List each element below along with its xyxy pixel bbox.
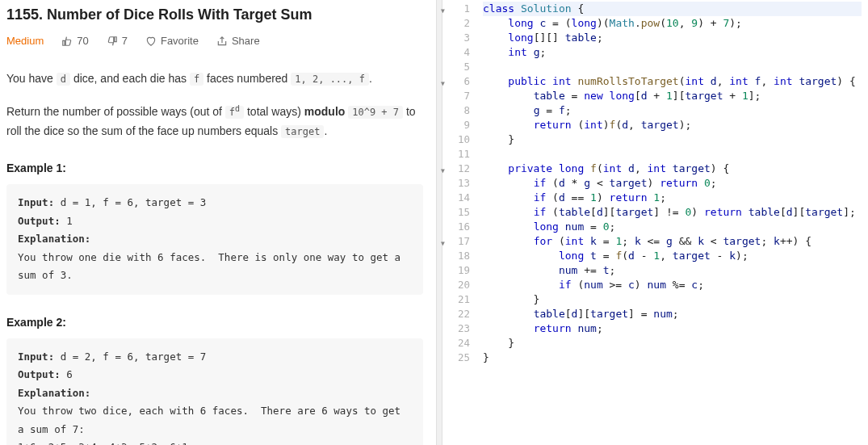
line-number: 17▼ — [442, 234, 470, 249]
code-editor[interactable]: 1▼23456▼789101112▼1314151617▼18192021222… — [442, 0, 868, 445]
example2-block: Input: d = 2, f = 6, target = 7 Output: … — [6, 338, 423, 445]
code-area[interactable]: class Solution { long c = (long)(Math.po… — [476, 0, 868, 445]
code-faces-list: 1, 2, ..., f — [291, 73, 369, 86]
line-number: 10 — [442, 132, 470, 147]
line-number: 5 — [442, 60, 470, 74]
like-button[interactable]: 70 — [61, 35, 88, 47]
code-line[interactable] — [483, 147, 862, 162]
problem-title: 1155. Number of Dice Rolls With Target S… — [6, 6, 423, 23]
problem-panel: 1155. Number of Dice Rolls With Target S… — [0, 0, 436, 445]
code-line[interactable]: num += t; — [483, 263, 862, 278]
line-number: 6▼ — [442, 74, 470, 89]
line-number: 18 — [442, 249, 470, 263]
like-count: 70 — [77, 35, 88, 47]
code-line[interactable]: public int numRollsToTarget(int d, int f… — [483, 74, 862, 89]
example2-title: Example 2: — [6, 316, 423, 329]
share-icon — [216, 36, 228, 47]
code-line[interactable]: g = f; — [483, 103, 862, 118]
line-number: 22 — [442, 307, 470, 321]
line-number: 24 — [442, 336, 470, 351]
code-line[interactable]: } — [483, 336, 862, 351]
code-line[interactable]: if (d * g < target) return 0; — [483, 176, 862, 191]
code-d: d — [57, 73, 70, 86]
line-number: 3 — [442, 31, 470, 45]
dislike-count: 7 — [122, 35, 128, 47]
code-fd: fd — [225, 106, 244, 119]
code-target: target — [281, 125, 324, 138]
code-line[interactable]: for (int k = 1; k <= g && k < target; k+… — [483, 234, 862, 249]
code-line[interactable]: long num = 0; — [483, 220, 862, 234]
favorite-button[interactable]: Favorite — [145, 35, 199, 47]
line-number: 1▼ — [442, 2, 470, 16]
code-mod: 10^9 + 7 — [348, 106, 403, 119]
code-line[interactable]: int g; — [483, 45, 862, 60]
line-number: 7 — [442, 89, 470, 103]
line-number: 12▼ — [442, 162, 470, 176]
share-label: Share — [232, 35, 260, 47]
code-line[interactable]: if (d == 1) return 1; — [483, 191, 862, 205]
line-number: 13 — [442, 176, 470, 191]
meta-row: Medium 70 7 Favorite Share — [6, 35, 423, 47]
heart-icon — [145, 36, 157, 47]
line-number: 2 — [442, 16, 470, 31]
line-number: 21 — [442, 292, 470, 307]
code-line[interactable]: if (num >= c) num %= c; — [483, 278, 862, 292]
line-number: 15 — [442, 205, 470, 220]
thumbs-down-icon — [107, 36, 118, 47]
line-number: 8 — [442, 103, 470, 118]
favorite-label: Favorite — [161, 35, 199, 47]
code-line[interactable]: table = new long[d + 1][target + 1]; — [483, 89, 862, 103]
line-number: 4 — [442, 45, 470, 60]
code-line[interactable]: return num; — [483, 321, 862, 336]
line-number: 23 — [442, 321, 470, 336]
code-line[interactable]: } — [483, 351, 862, 365]
code-f: f — [190, 73, 203, 86]
example1-block: Input: d = 1, f = 6, target = 3 Output: … — [6, 184, 423, 295]
split-divider[interactable] — [436, 0, 442, 445]
line-number: 11 — [442, 147, 470, 162]
code-line[interactable] — [483, 60, 862, 74]
code-line[interactable]: long t = f(d - 1, target - k); — [483, 249, 862, 263]
dislike-button[interactable]: 7 — [107, 35, 128, 47]
code-line[interactable]: class Solution { — [483, 2, 862, 16]
thumbs-up-icon — [61, 36, 73, 47]
line-number: 25 — [442, 351, 470, 365]
example1-title: Example 1: — [6, 162, 423, 174]
code-line[interactable]: } — [483, 132, 862, 147]
code-line[interactable]: if (table[d][target] != 0) return table[… — [483, 205, 862, 220]
description-p2: Return the number of possible ways (out … — [6, 102, 423, 141]
line-number: 14 — [442, 191, 470, 205]
difficulty-badge: Medium — [6, 35, 44, 47]
line-number: 16 — [442, 220, 470, 234]
description-p1: You have d dice, and each die has f face… — [6, 69, 423, 89]
code-line[interactable]: long[][] table; — [483, 31, 862, 45]
code-line[interactable]: return (int)f(d, target); — [483, 118, 862, 132]
code-line[interactable]: long c = (long)(Math.pow(10, 9) + 7); — [483, 16, 862, 31]
share-button[interactable]: Share — [216, 35, 260, 47]
line-number: 9 — [442, 118, 470, 132]
line-gutter: 1▼23456▼789101112▼1314151617▼18192021222… — [442, 0, 476, 445]
line-number: 20 — [442, 278, 470, 292]
line-number: 19 — [442, 263, 470, 278]
code-line[interactable]: } — [483, 292, 862, 307]
code-line[interactable]: table[d][target] = num; — [483, 307, 862, 321]
code-line[interactable]: private long f(int d, int target) { — [483, 162, 862, 176]
